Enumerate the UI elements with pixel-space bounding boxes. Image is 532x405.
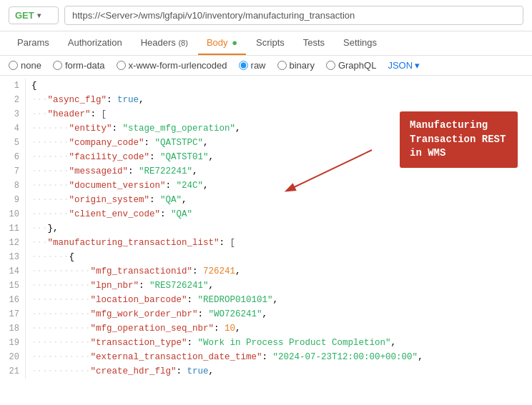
line-number: 9	[9, 193, 19, 207]
line-number: 17	[9, 307, 19, 321]
option-form-data[interactable]: form-data	[53, 60, 105, 71]
code-line: ···········"mfg_work_order_nbr": "WO7262…	[31, 307, 526, 321]
line-number: 20	[9, 350, 19, 364]
line-number: 1	[9, 79, 19, 93]
tab-scripts[interactable]: Scripts	[247, 31, 293, 55]
tab-params[interactable]: Params	[9, 31, 58, 55]
chevron-down-icon: ▾	[37, 11, 41, 19]
line-number: 21	[9, 364, 19, 379]
code-editor: 123456789101112131415161718192021 {···"a…	[0, 76, 532, 381]
code-line: ···········"mfg_transactionid": 726241,	[31, 264, 526, 279]
line-numbers: 123456789101112131415161718192021	[0, 79, 26, 379]
code-line: ···········"create_hdr_flg": true,	[31, 364, 526, 379]
line-number: 19	[9, 336, 19, 350]
method-label: GET	[15, 10, 34, 21]
tab-headers[interactable]: Headers (8)	[132, 31, 197, 55]
code-line: ···········"external_transaction_date_ti…	[31, 350, 526, 364]
option-urlencoded[interactable]: x-www-form-urlencoded	[117, 60, 227, 71]
line-number: 4	[9, 121, 19, 136]
top-bar: GET ▾	[0, 0, 532, 31]
line-number: 12	[9, 236, 19, 250]
code-line: ···},	[31, 221, 526, 236]
tab-body[interactable]: Body ●	[198, 31, 246, 55]
nav-tabs: Params Authorization Headers (8) Body ● …	[0, 31, 532, 56]
code-line: ·······{	[31, 250, 526, 264]
code-line: {	[31, 79, 526, 93]
url-input[interactable]	[64, 6, 523, 25]
code-line: ···········"lpn_nbr": "RES726241",	[31, 279, 526, 293]
line-number: 3	[9, 107, 19, 121]
code-line: ·······"client_env_code": "QA"	[31, 207, 526, 221]
tab-authorization[interactable]: Authorization	[59, 31, 131, 55]
code-line: ·······"document_version": "24C",	[31, 179, 526, 193]
code-line: ···"async_flg": true,	[31, 93, 526, 107]
method-select[interactable]: GET ▾	[9, 6, 59, 24]
line-number: 5	[9, 136, 19, 150]
option-none[interactable]: none	[9, 60, 41, 71]
option-raw[interactable]: raw	[239, 60, 266, 71]
option-graphql[interactable]: GraphQL	[326, 60, 376, 71]
line-number: 7	[9, 164, 19, 179]
code-line: ···········"transaction_type": "Work in …	[31, 336, 526, 350]
line-number: 14	[9, 264, 19, 279]
line-number: 16	[9, 293, 19, 307]
code-line: ···"manufacturing_transaction_list": [	[31, 236, 526, 250]
line-number: 15	[9, 279, 19, 293]
body-dot-indicator: ●	[232, 37, 237, 48]
line-number: 11	[9, 221, 19, 236]
code-line: ···········"location_barcode": "REDROP01…	[31, 293, 526, 307]
tab-settings[interactable]: Settings	[335, 31, 385, 55]
option-binary[interactable]: binary	[277, 60, 315, 71]
line-number: 6	[9, 150, 19, 164]
line-number: 13	[9, 250, 19, 264]
chevron-down-icon: ▾	[415, 60, 420, 71]
code-line: ·······"origin_system": "QA",	[31, 193, 526, 207]
line-number: 8	[9, 179, 19, 193]
format-dropdown[interactable]: JSON ▾	[388, 60, 420, 71]
line-number: 18	[9, 321, 19, 336]
code-line: ···········"mfg_operation_seq_nbr": 10,	[31, 321, 526, 336]
annotation-box: Manufacturing Transaction REST in WMS	[400, 111, 525, 168]
line-number: 10	[9, 207, 19, 221]
line-number: 2	[9, 93, 19, 107]
body-options-bar: none form-data x-www-form-urlencoded raw…	[0, 56, 532, 76]
tab-tests[interactable]: Tests	[295, 31, 333, 55]
